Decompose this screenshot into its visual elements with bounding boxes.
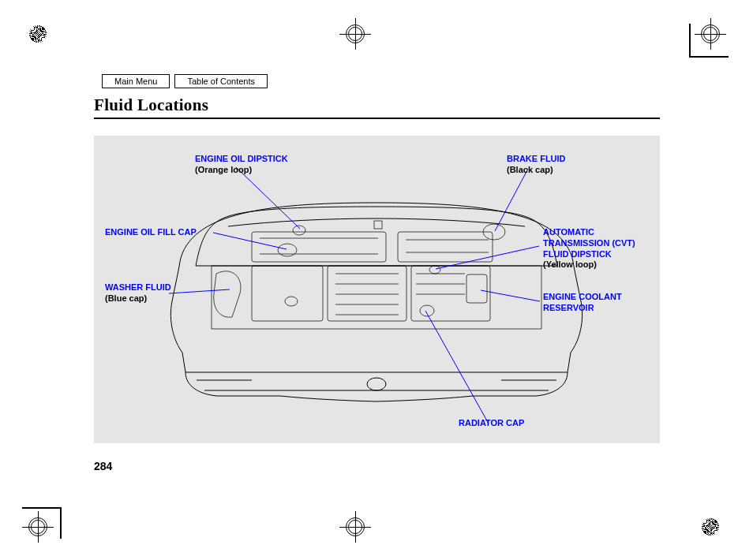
toc-button[interactable]: Table of Contents xyxy=(174,74,268,88)
registration-mark-icon xyxy=(339,511,371,543)
title-rule xyxy=(94,118,660,119)
svg-rect-5 xyxy=(411,266,490,321)
registration-mark-icon xyxy=(695,18,726,50)
crop-mark xyxy=(689,24,691,57)
page-number: 284 xyxy=(94,460,112,472)
nav-bar: Main Menu Table of Contents xyxy=(102,74,268,88)
svg-rect-11 xyxy=(466,274,487,303)
svg-rect-1 xyxy=(252,232,386,262)
svg-rect-3 xyxy=(252,266,323,321)
page-title: Fluid Locations xyxy=(94,95,208,115)
svg-point-6 xyxy=(278,244,297,256)
main-menu-button[interactable]: Main Menu xyxy=(102,74,170,88)
registration-mark-icon xyxy=(22,511,54,543)
svg-point-10 xyxy=(420,305,434,316)
svg-point-13 xyxy=(429,266,440,274)
crop-mark xyxy=(22,507,62,509)
svg-rect-2 xyxy=(398,232,493,262)
registration-mark-icon xyxy=(339,18,371,50)
svg-point-0 xyxy=(367,378,386,390)
crop-mark xyxy=(689,56,729,58)
svg-point-12 xyxy=(285,297,298,306)
crop-mark xyxy=(60,507,62,539)
engine-line-art xyxy=(94,136,660,443)
svg-rect-4 xyxy=(328,266,406,321)
registration-mark-icon xyxy=(695,511,726,543)
svg-rect-8 xyxy=(374,221,382,229)
engine-diagram: ENGINE OIL DIPSTICK (Orange loop) ENGINE… xyxy=(94,136,660,443)
svg-point-7 xyxy=(293,226,305,235)
registration-mark-icon xyxy=(22,18,54,50)
